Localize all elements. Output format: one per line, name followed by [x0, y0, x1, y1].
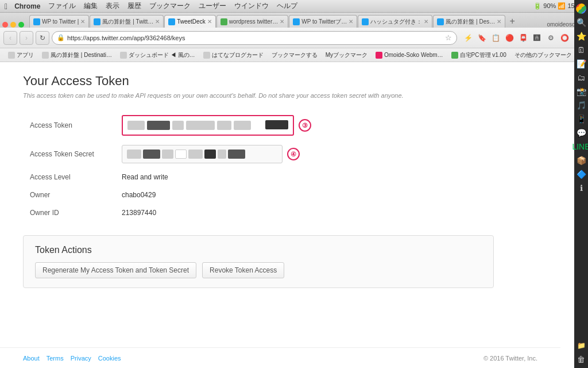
- dock-icon-3[interactable]: 🗓: [575, 44, 587, 56]
- maximize-window-btn[interactable]: [18, 22, 24, 28]
- bookmark-5[interactable]: Myブックマーク: [322, 50, 371, 60]
- access-token-label: Access Token: [23, 110, 115, 140]
- forward-button[interactable]: ›: [20, 31, 33, 45]
- dock-icon-1[interactable]: 🔍: [575, 16, 587, 29]
- access-level-label: Access Level: [23, 168, 115, 186]
- bookmark-star-icon[interactable]: ☆: [445, 33, 452, 42]
- footer-cookies-link[interactable]: Cookies: [98, 355, 121, 362]
- apple-icon: : [5, 2, 7, 11]
- menu-window[interactable]: ウインドウ: [234, 1, 269, 11]
- bookmark-more[interactable]: その他のブックマーク: [511, 50, 575, 60]
- bookmark-label: その他のブックマーク: [514, 51, 572, 59]
- tab-close-4[interactable]: ✕: [280, 18, 284, 25]
- ext-icon-1[interactable]: ⚡: [462, 32, 474, 44]
- token-block-1: [127, 121, 145, 130]
- close-window-btn[interactable]: [2, 22, 8, 28]
- dock-chrome-icon[interactable]: [575, 2, 587, 15]
- bookmark-6[interactable]: Omoide-Soko Webm…: [372, 51, 447, 60]
- menu-file[interactable]: ファイル: [48, 1, 76, 11]
- secret-block-2: [143, 150, 160, 159]
- tab-7[interactable]: 風の算針盤 | Des… ✕: [433, 15, 505, 28]
- toolbar: ‹ › ↻ 🔒 https://apps.twitter.com/app/936…: [0, 28, 588, 48]
- dock-icon-4[interactable]: 📝: [575, 57, 587, 70]
- menu-bookmarks[interactable]: ブックマーク: [149, 1, 191, 11]
- access-token-row: Access Token: [23, 110, 494, 140]
- tab-2[interactable]: 風の算針盤 | Twitt… ✕: [90, 15, 164, 28]
- dock-icon-7[interactable]: 🎵: [575, 99, 587, 112]
- access-token-value: ③: [115, 110, 494, 140]
- reload-button[interactable]: ↻: [36, 31, 49, 45]
- tab-favicon-7: [437, 18, 444, 25]
- footer-terms-link[interactable]: Terms: [47, 355, 64, 362]
- footer-about-link[interactable]: About: [23, 355, 40, 362]
- tab-close-3[interactable]: ✕: [207, 18, 212, 25]
- tab-label-7: 風の算針盤 | Des…: [446, 18, 495, 26]
- bookmarks-bar: アプリ 風の算針盤 | Destinati… ダッシュボード ◀ 風の… はてな…: [0, 48, 588, 62]
- tab-4[interactable]: wordpress twitter… ✕: [216, 15, 289, 28]
- dock-icon-11[interactable]: 📦: [575, 154, 587, 167]
- tab-close-1[interactable]: ✕: [80, 18, 85, 25]
- bookmark-favicon: [451, 52, 458, 59]
- dock-icon-12[interactable]: 🔷: [575, 168, 587, 181]
- ext-icon-7[interactable]: ⚙: [544, 32, 557, 44]
- minimize-window-btn[interactable]: [10, 22, 16, 28]
- bookmark-2[interactable]: ダッシュボード ◀ 風の…: [117, 50, 199, 60]
- dock-icon-13[interactable]: ℹ: [575, 182, 587, 194]
- access-level-text: Read and write: [122, 173, 168, 181]
- dock-icon-folder[interactable]: 📁: [575, 339, 587, 352]
- tab-3[interactable]: TweetDeck ✕: [164, 15, 215, 28]
- access-token-secret-box[interactable]: [122, 145, 283, 163]
- bookmark-7[interactable]: 自宅PC管理 v1.00: [448, 50, 510, 60]
- footer-privacy-link[interactable]: Privacy: [71, 355, 91, 362]
- address-bar[interactable]: 🔒 https://apps.twitter.com/app/9362468/k…: [52, 31, 457, 45]
- bookmark-1[interactable]: 風の算針盤 | Destinati…: [38, 50, 115, 60]
- new-tab-button[interactable]: +: [506, 15, 519, 28]
- dock-icon-2[interactable]: ⭐: [575, 30, 587, 43]
- tab-label-2: 風の算針盤 | Twitt…: [102, 18, 153, 26]
- dock-icon-6[interactable]: 📸: [575, 85, 587, 98]
- menu-view[interactable]: 表示: [106, 1, 119, 11]
- tab-label-4: wordpress twitter…: [229, 18, 278, 25]
- title-bar:  Chrome ファイル 編集 表示 履歴 ブックマーク ユーザー ウインドウ…: [0, 0, 588, 13]
- ext-icon-4[interactable]: 🔴: [503, 32, 516, 44]
- access-token-box[interactable]: [122, 115, 294, 136]
- tab-1[interactable]: WP to Twitter | ✕: [29, 15, 89, 28]
- tab-favicon-6: [362, 18, 369, 25]
- menu-user[interactable]: ユーザー: [199, 1, 226, 11]
- regenerate-token-button[interactable]: Regenerate My Access Token and Token Sec…: [35, 262, 196, 278]
- tab-6[interactable]: ハッシュタグ付き： ✕: [358, 15, 432, 28]
- token-block-3: [172, 121, 184, 130]
- ext-icon-6[interactable]: 🅰: [531, 32, 543, 44]
- tab-close-7[interactable]: ✕: [497, 18, 501, 25]
- back-button[interactable]: ‹: [3, 31, 17, 45]
- bookmark-3[interactable]: はてなブログカード: [200, 50, 267, 60]
- ext-icon-5[interactable]: 📮: [517, 32, 529, 44]
- access-token-secret-label: Access Token Secret: [23, 140, 115, 168]
- menu-history[interactable]: 履歴: [127, 1, 141, 11]
- menu-help[interactable]: ヘルプ: [277, 1, 297, 11]
- bookmark-apps[interactable]: アプリ: [5, 50, 37, 60]
- tab-favicon-5: [293, 18, 300, 25]
- revoke-token-button[interactable]: Revoke Token Access: [202, 262, 284, 278]
- menu-edit[interactable]: 編集: [84, 1, 98, 11]
- ext-icon-2[interactable]: 🔖: [475, 32, 488, 44]
- bookmark-4[interactable]: ブックマークする: [268, 50, 321, 60]
- tab-5[interactable]: WP to Twitterブ… ✕: [289, 15, 357, 28]
- owner-id-value: 213897440: [115, 204, 494, 221]
- info-table: Access Token: [23, 110, 494, 221]
- toolbar-extension-icons: ⚡ 🔖 📋 🔴 📮 🅰 ⚙ ⭕ ☰: [462, 32, 585, 44]
- dock-trash-icon[interactable]: 🗑: [575, 353, 587, 366]
- bookmark-label: ブックマークする: [272, 51, 318, 59]
- browser-content: Your Access Token This access token can …: [0, 62, 574, 368]
- token-block-2: [147, 121, 170, 130]
- owner-text: chabo0429: [122, 191, 156, 199]
- tab-close-6[interactable]: ✕: [424, 18, 428, 25]
- dock-icon-5[interactable]: 🗂: [575, 71, 587, 84]
- tab-close-5[interactable]: ✕: [349, 18, 353, 25]
- ext-icon-3[interactable]: 📋: [489, 32, 502, 44]
- dock-icon-8[interactable]: 📱: [575, 113, 587, 125]
- ext-icon-8[interactable]: ⭕: [558, 32, 571, 44]
- dock-icon-10[interactable]: LINE: [575, 140, 587, 153]
- dock-icon-9[interactable]: 💬: [575, 126, 587, 139]
- tab-close-2[interactable]: ✕: [155, 18, 160, 25]
